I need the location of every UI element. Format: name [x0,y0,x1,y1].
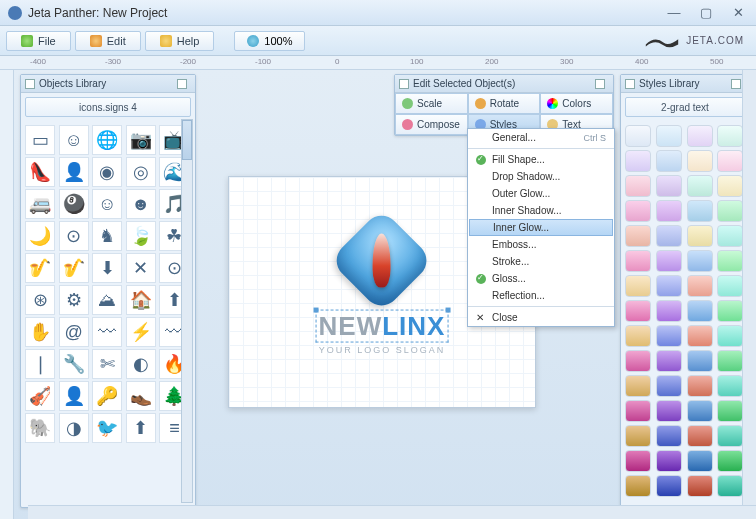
style-swatch[interactable] [687,175,713,197]
style-swatch[interactable] [625,275,651,297]
rotate-button[interactable]: Rotate [468,93,541,114]
object-icon[interactable]: 🎷 [25,253,55,283]
style-swatch[interactable] [656,450,682,472]
object-icon[interactable]: ⬇ [92,253,122,283]
style-swatch[interactable] [717,125,743,147]
panel-collapse-icon[interactable] [731,79,741,89]
object-icon[interactable]: ✋ [25,317,55,347]
style-swatch[interactable] [717,350,743,372]
style-swatch[interactable] [625,125,651,147]
style-swatch[interactable] [687,300,713,322]
style-swatch[interactable] [717,200,743,222]
style-swatch[interactable] [717,425,743,447]
style-swatch[interactable] [687,150,713,172]
object-icon[interactable]: 🎱 [59,189,89,219]
style-swatch[interactable] [687,375,713,397]
object-icon[interactable]: 🔑 [92,381,122,411]
style-swatch[interactable] [687,275,713,297]
style-swatch[interactable] [717,450,743,472]
style-swatch[interactable] [625,225,651,247]
style-swatch[interactable] [717,375,743,397]
maximize-button[interactable]: ▢ [696,6,716,20]
object-icon[interactable]: ⊙ [59,221,89,251]
style-swatch[interactable] [625,375,651,397]
objects-category-selector[interactable]: icons.signs 4 [25,97,191,117]
object-icon[interactable]: 🌙 [25,221,55,251]
object-icon[interactable]: ☺ [92,189,122,219]
dropdown-general[interactable]: General...Ctrl S [468,129,614,149]
edit-menu[interactable]: Edit [75,31,141,51]
object-icon[interactable]: 📷 [126,125,156,155]
dropdown-item[interactable]: Emboss... [468,236,614,253]
style-swatch[interactable] [625,350,651,372]
object-icon[interactable]: 〰 [92,317,122,347]
object-icon[interactable]: 🎻 [25,381,55,411]
style-swatch[interactable] [656,125,682,147]
object-icon[interactable]: 🐦 [92,413,122,443]
style-swatch[interactable] [656,275,682,297]
style-swatch[interactable] [625,200,651,222]
style-swatch[interactable] [687,350,713,372]
dropdown-item[interactable]: Inner Glow... [469,219,613,236]
object-icon[interactable]: ♞ [92,221,122,251]
style-swatch[interactable] [717,225,743,247]
style-swatch[interactable] [687,400,713,422]
objects-scrollbar[interactable] [181,119,193,503]
style-swatch[interactable] [656,150,682,172]
selected-text-object[interactable]: NEWLINX [316,310,449,343]
dropdown-item[interactable]: Gloss... [468,270,614,287]
object-icon[interactable]: ◑ [59,413,89,443]
style-swatch[interactable] [687,200,713,222]
object-icon[interactable]: 🌐 [92,125,122,155]
style-swatch[interactable] [656,425,682,447]
style-swatch[interactable] [625,425,651,447]
dropdown-item[interactable]: Fill Shape... [468,151,614,168]
object-icon[interactable]: 👠 [25,157,55,187]
style-swatch[interactable] [656,400,682,422]
style-swatch[interactable] [625,175,651,197]
object-icon[interactable]: 🔧 [59,349,89,379]
dropdown-item[interactable]: Inner Shadow... [468,202,614,219]
style-swatch[interactable] [625,475,651,497]
style-swatch[interactable] [687,425,713,447]
style-swatch[interactable] [717,400,743,422]
style-swatch[interactable] [625,325,651,347]
style-swatch[interactable] [687,475,713,497]
style-swatch[interactable] [656,325,682,347]
style-swatch[interactable] [717,250,743,272]
close-button[interactable]: ✕ [728,6,748,20]
style-swatch[interactable] [625,300,651,322]
object-icon[interactable]: 🎷 [59,253,89,283]
scale-button[interactable]: Scale [395,93,468,114]
style-swatch[interactable] [656,200,682,222]
style-swatch[interactable] [717,175,743,197]
object-icon[interactable]: 🍃 [126,221,156,251]
object-icon[interactable]: 🚐 [25,189,55,219]
object-icon[interactable]: ⚙ [59,285,89,315]
object-icon[interactable]: 👞 [126,381,156,411]
style-swatch[interactable] [625,400,651,422]
object-icon[interactable]: ⚡ [126,317,156,347]
style-swatch[interactable] [687,125,713,147]
dropdown-item[interactable]: Stroke... [468,253,614,270]
help-menu[interactable]: Help [145,31,215,51]
style-swatch[interactable] [687,225,713,247]
style-swatch[interactable] [717,150,743,172]
canvas-vscrollbar[interactable] [742,70,756,505]
style-swatch[interactable] [656,175,682,197]
style-swatch[interactable] [717,325,743,347]
object-icon[interactable]: ⬆ [126,413,156,443]
dropdown-close[interactable]: ✕Close [468,306,614,326]
file-menu[interactable]: File [6,31,71,51]
object-icon[interactable]: 👤 [59,157,89,187]
style-swatch[interactable] [717,275,743,297]
object-icon[interactable]: ⊛ [25,285,55,315]
style-swatch[interactable] [687,450,713,472]
panel-collapse-icon[interactable] [595,79,605,89]
minimize-button[interactable]: — [664,6,684,20]
object-icon[interactable]: ☻ [126,189,156,219]
object-icon[interactable]: ▭ [25,125,55,155]
dropdown-item[interactable]: Drop Shadow... [468,168,614,185]
dropdown-item[interactable]: Reflection... [468,287,614,304]
logo-shape[interactable] [337,216,427,306]
